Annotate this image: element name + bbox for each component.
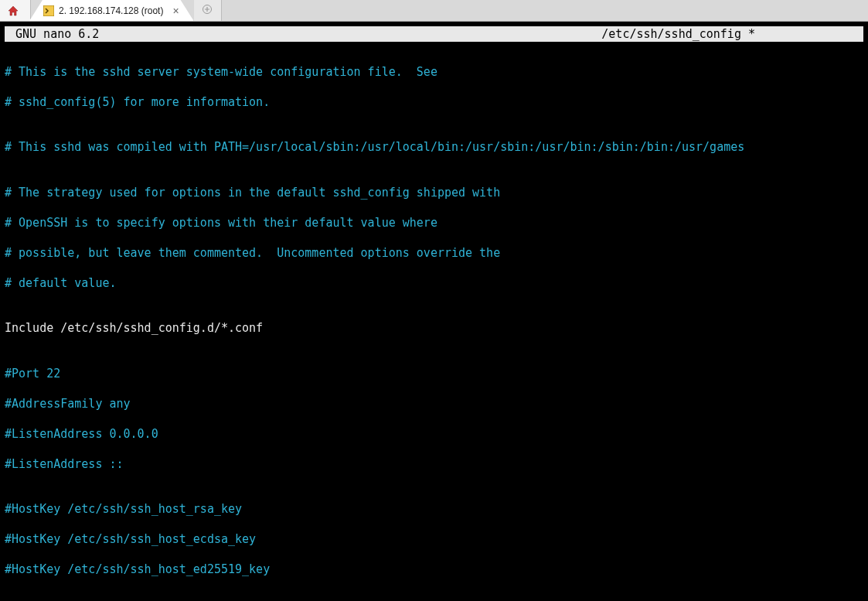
- config-line: #HostKey /etc/ssh/ssh_host_ecdsa_key: [5, 532, 863, 548]
- editor-content[interactable]: # This is the sshd server system-wide co…: [0, 45, 868, 601]
- config-line: #AddressFamily any: [5, 397, 863, 412]
- config-line: # possible, but leave them commented. Un…: [5, 246, 863, 261]
- config-line: # sshd_config(5) for more information.: [5, 95, 863, 111]
- config-line: # default value.: [5, 276, 863, 292]
- close-icon[interactable]: ×: [172, 5, 179, 17]
- terminal-area[interactable]: GNU nano 6.2 /etc/ssh/sshd_config * # Th…: [0, 26, 868, 601]
- config-line: #HostKey /etc/ssh/ssh_host_rsa_key: [5, 502, 863, 517]
- terminal-icon: [43, 5, 54, 16]
- plus-icon: [203, 5, 212, 16]
- home-icon: [7, 5, 19, 17]
- config-line: # This sshd was compiled with PATH=/usr/…: [5, 140, 863, 155]
- config-line: #HostKey /etc/ssh/ssh_host_ed25519_key: [5, 562, 863, 578]
- config-line: Include /etc/ssh/sshd_config.d/*.conf: [5, 321, 863, 336]
- tab-session[interactable]: 2. 192.168.174.128 (root) ×: [29, 0, 194, 21]
- tab-label: 2. 192.168.174.128 (root): [59, 5, 163, 16]
- tab-new[interactable]: [194, 0, 222, 21]
- config-line: # OpenSSH is to specify options with the…: [5, 216, 863, 231]
- tab-bar: 2. 192.168.174.128 (root) ×: [0, 0, 868, 22]
- config-line: # This is the sshd server system-wide co…: [5, 65, 863, 80]
- config-line: #ListenAddress ::: [5, 457, 863, 473]
- config-line: #Port 22: [5, 367, 863, 382]
- config-line: #ListenAddress 0.0.0.0: [5, 427, 863, 442]
- tab-home[interactable]: [0, 0, 31, 21]
- config-line: # The strategy used for options in the d…: [5, 186, 863, 201]
- nano-titlebar: GNU nano 6.2 /etc/ssh/sshd_config *: [5, 26, 863, 42]
- nano-filename: /etc/ssh/sshd_config *: [601, 27, 863, 41]
- nano-app-name: GNU nano 6.2: [5, 27, 99, 41]
